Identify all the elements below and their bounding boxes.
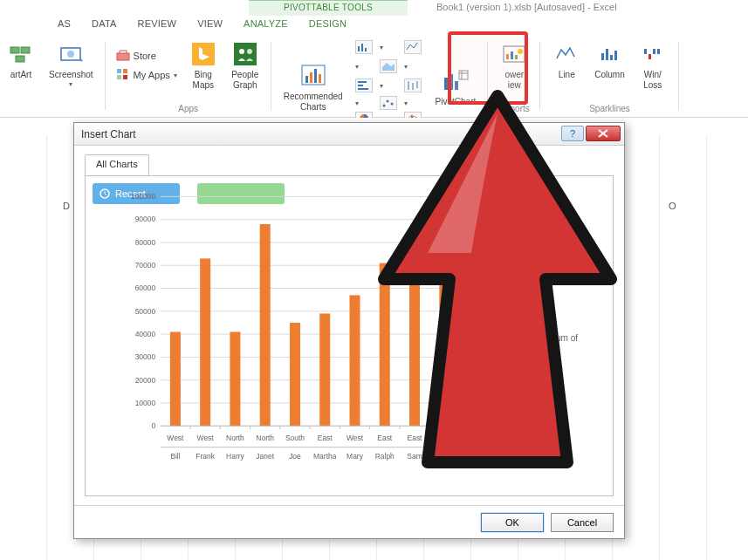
svg-rect-84 <box>200 258 210 426</box>
dialog-content: All Charts Recent 0100002000030000400005… <box>74 146 624 505</box>
svg-rect-108 <box>380 263 390 427</box>
svg-text:East: East <box>318 434 333 442</box>
insert-chart-dialog: Insert Chart ? All Charts Recent <box>73 122 625 539</box>
svg-rect-116 <box>439 265 449 426</box>
close-icon <box>597 129 609 138</box>
dialog-footer: OK Cancel <box>74 505 624 538</box>
svg-text:Martha: Martha <box>313 452 337 461</box>
svg-rect-104 <box>350 295 360 426</box>
svg-text:60000: 60000 <box>135 283 156 292</box>
svg-rect-96 <box>290 323 300 426</box>
svg-text:Bill: Bill <box>170 452 180 461</box>
svg-text:South: South <box>285 434 305 442</box>
svg-rect-88 <box>230 331 240 426</box>
svg-text:Ralph: Ralph <box>375 452 395 461</box>
ok-button[interactable]: OK <box>481 513 544 532</box>
svg-text:Mary: Mary <box>347 452 364 461</box>
svg-text:10000: 10000 <box>135 399 156 407</box>
svg-text:North: North <box>256 434 274 442</box>
svg-text:Janet: Janet <box>256 452 274 461</box>
svg-text:0: 0 <box>151 421 155 430</box>
tab-all-charts[interactable]: All Charts <box>85 154 149 175</box>
legend-truncated: um of <box>556 333 578 343</box>
svg-text:Joe: Joe <box>289 452 301 461</box>
svg-text:70000: 70000 <box>135 261 156 270</box>
svg-text:East: East <box>377 434 393 442</box>
svg-text:Sam: Sam <box>407 452 422 461</box>
svg-text:100000: 100000 <box>131 192 155 201</box>
svg-text:South: South <box>435 434 454 442</box>
cancel-button[interactable]: Cancel <box>551 513 614 532</box>
svg-text:90000: 90000 <box>135 215 156 223</box>
svg-text:Tom: Tom <box>437 452 451 461</box>
svg-text:30000: 30000 <box>135 352 156 361</box>
svg-rect-112 <box>409 247 420 426</box>
svg-text:West: West <box>347 434 364 442</box>
chart-preview: 0100002000030000400005000060000700008000… <box>93 188 597 483</box>
svg-rect-92 <box>260 224 271 426</box>
svg-text:20000: 20000 <box>135 376 156 385</box>
dialog-title: Insert Chart <box>81 128 136 140</box>
svg-text:Harry: Harry <box>226 452 244 461</box>
svg-text:North: North <box>226 434 244 442</box>
svg-text:West: West <box>167 434 184 442</box>
svg-rect-80 <box>170 331 181 426</box>
svg-rect-100 <box>319 313 330 426</box>
svg-text:East: East <box>408 434 423 442</box>
svg-text:West: West <box>197 434 215 442</box>
close-button[interactable] <box>586 126 621 141</box>
help-button[interactable]: ? <box>561 126 584 141</box>
svg-text:Frank: Frank <box>196 452 215 461</box>
svg-text:80000: 80000 <box>135 238 156 247</box>
chart-preview-panel: Recent 010000200003000040000500006000070… <box>85 175 614 496</box>
svg-rect-122 <box>474 321 481 328</box>
chart-svg: 0100002000030000400005000060000700008000… <box>93 188 597 483</box>
svg-text:40000: 40000 <box>135 330 156 338</box>
dialog-titlebar[interactable]: Insert Chart ? <box>74 123 624 146</box>
svg-text:50000: 50000 <box>135 307 156 316</box>
dialog-backdrop: Insert Chart ? All Charts Recent <box>0 0 748 560</box>
